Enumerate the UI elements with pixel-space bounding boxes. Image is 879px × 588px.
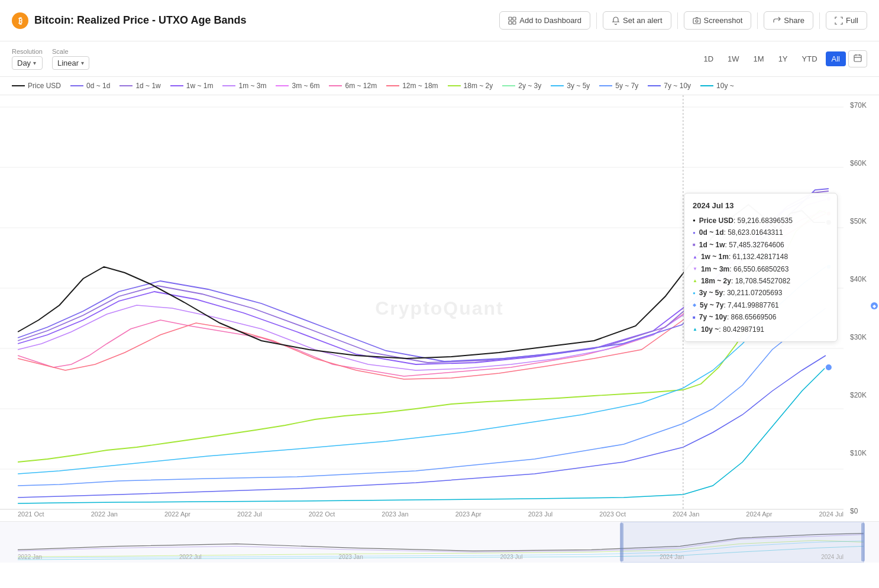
scale-select[interactable]: Linear ▾ <box>52 56 89 70</box>
fullscreen-button[interactable]: Full <box>826 11 867 30</box>
y-label-60k: $60K <box>850 159 875 167</box>
resolution-select[interactable]: Day ▾ <box>12 56 43 70</box>
svg-rect-6 <box>854 55 861 62</box>
divider <box>677 12 678 29</box>
legend-line <box>700 85 713 86</box>
time-range-controls: 1D 1W 1M 1Y YTD All <box>697 50 867 67</box>
tooltip-row-price: ● Price USD: 59,216.68396535 <box>693 215 829 227</box>
header-left: ₿ Bitcoin: Realized Price - UTXO Age Ban… <box>12 12 246 29</box>
y-label-10k: $10K <box>850 449 875 457</box>
y-label-30k: $30K <box>850 333 875 341</box>
tooltip-row-5y7y: ◆ 5y ~ 7y: 7,441.99887761 <box>693 299 829 311</box>
legend-item-6m-12m[interactable]: 6m ~ 12m <box>329 82 377 90</box>
time-1w-button[interactable]: 1W <box>722 51 745 66</box>
svg-rect-2 <box>509 21 512 24</box>
legend-line <box>448 85 461 86</box>
legend-line <box>599 85 612 86</box>
legend-line <box>222 85 235 86</box>
chevron-down-icon: ▾ <box>33 60 36 66</box>
svg-rect-1 <box>513 17 516 20</box>
divider <box>757 12 758 29</box>
legend-item-1w-1m[interactable]: 1w ~ 1m <box>170 82 214 90</box>
calendar-icon <box>854 54 862 62</box>
bitcoin-icon: ₿ <box>12 12 28 29</box>
svg-point-20 <box>825 364 832 371</box>
legend-item-7y-10y[interactable]: 7y ~ 10y <box>648 82 691 90</box>
legend-line <box>502 85 515 86</box>
bell-icon <box>612 17 620 25</box>
divider <box>596 12 597 29</box>
header: ₿ Bitcoin: Realized Price - UTXO Age Ban… <box>0 0 879 41</box>
time-1d-button[interactable]: 1D <box>697 51 719 66</box>
legend-line <box>70 85 83 86</box>
share-button[interactable]: Share <box>764 11 813 30</box>
time-1y-button[interactable]: 1Y <box>773 51 794 66</box>
dashboard-icon <box>508 17 516 25</box>
end-label-5y7y: ◆ <box>871 302 878 309</box>
legend-line <box>551 85 564 86</box>
tooltip-row-1d1w: ■ 1d ~ 1w: 57,485.32764606 <box>693 239 829 251</box>
header-actions: Add to Dashboard Set an alert Screenshot… <box>499 11 867 30</box>
set-alert-button[interactable]: Set an alert <box>603 11 671 30</box>
chart-legend: Price USD 0d ~ 1d 1d ~ 1w 1w ~ 1m 1m ~ 3… <box>0 77 879 95</box>
toolbar-controls: Resolution Day ▾ Scale Linear ▾ <box>12 48 89 70</box>
legend-line <box>329 85 342 86</box>
chart-title: Bitcoin: Realized Price - UTXO Age Bands <box>34 14 246 27</box>
legend-line <box>648 85 661 86</box>
resolution-label: Resolution <box>12 48 43 55</box>
resolution-control: Resolution Day ▾ <box>12 48 43 70</box>
svg-rect-26 <box>861 523 865 561</box>
add-to-dashboard-button[interactable]: Add to Dashboard <box>499 11 590 30</box>
chevron-down-icon: ▾ <box>81 60 84 66</box>
legend-item-3m-6m[interactable]: 3m ~ 6m <box>276 82 319 90</box>
y-label-70k: $70K <box>850 101 875 109</box>
legend-item-1d-1w[interactable]: 1d ~ 1w <box>119 82 160 90</box>
legend-line <box>12 85 25 86</box>
tooltip-row-7y10y: ■ 7y ~ 10y: 868.65669506 <box>693 311 829 323</box>
time-1m-button[interactable]: 1M <box>748 51 770 66</box>
tooltip-row-3y5y: ● 3y ~ 5y: 30,211.07205693 <box>693 287 829 299</box>
y-label-50k: $50K <box>850 217 875 225</box>
y-label-40k: $40K <box>850 275 875 283</box>
chart-area: CryptoQuant <box>0 95 879 521</box>
legend-line <box>386 85 399 86</box>
legend-item-price-usd[interactable]: Price USD <box>12 82 61 90</box>
tooltip-box: 2024 Jul 13 ● Price USD: 59,216.68396535… <box>684 193 838 342</box>
svg-rect-0 <box>509 17 512 20</box>
share-icon <box>773 17 781 25</box>
legend-item-5y-7y[interactable]: 5y ~ 7y <box>599 82 638 90</box>
time-ytd-button[interactable]: YTD <box>796 51 823 66</box>
minimap[interactable]: 2022 Jan 2022 Jul 2023 Jan 2023 Jul 2024… <box>0 521 879 563</box>
legend-item-0d-1d[interactable]: 0d ~ 1d <box>70 82 110 90</box>
legend-item-10y[interactable]: 10y ~ <box>700 82 734 90</box>
screenshot-button[interactable]: Screenshot <box>684 11 752 30</box>
tooltip-row-0d1d: ● 0d ~ 1d: 58,623.01643311 <box>693 227 829 238</box>
y-label-0: $0 <box>850 507 875 515</box>
legend-item-18m-2y[interactable]: 18m ~ 2y <box>448 82 493 90</box>
legend-item-1m-3m[interactable]: 1m ~ 3m <box>222 82 266 90</box>
x-axis: 2021 Oct 2022 Jan 2022 Apr 2022 Jul 2022… <box>18 511 844 518</box>
scale-control: Scale Linear ▾ <box>52 48 89 70</box>
legend-item-2y-3y[interactable]: 2y ~ 3y <box>502 82 541 90</box>
tooltip-date: 2024 Jul 13 <box>693 199 829 212</box>
legend-line <box>170 85 183 86</box>
svg-rect-4 <box>693 18 700 24</box>
y-label-20k: $20K <box>850 391 875 399</box>
tooltip-row-10y: ▲ 10y ~: 80.42987191 <box>693 324 829 335</box>
tooltip-row-1m3m: ▼ 1m ~ 3m: 66,550.66850263 <box>693 263 829 275</box>
legend-line <box>276 85 289 86</box>
minimap-x-labels: 2022 Jan 2022 Jul 2023 Jan 2023 Jul 2024… <box>18 554 844 560</box>
fullscreen-icon <box>835 17 843 25</box>
time-all-button[interactable]: All <box>826 51 846 66</box>
camera-icon <box>693 17 701 25</box>
legend-line <box>119 85 133 86</box>
tooltip-row-1w1m: ▲ 1w ~ 1m: 61,132.42817148 <box>693 251 829 263</box>
calendar-icon-button[interactable] <box>848 50 867 67</box>
toolbar: Resolution Day ▾ Scale Linear ▾ 1D 1W 1M… <box>0 41 879 77</box>
legend-item-3y-5y[interactable]: 3y ~ 5y <box>551 82 590 90</box>
divider <box>819 12 820 29</box>
svg-point-5 <box>696 20 698 22</box>
scale-label: Scale <box>52 48 89 55</box>
legend-item-12m-18m[interactable]: 12m ~ 18m <box>386 82 438 90</box>
tooltip-row-18m2y: ▲ 18m ~ 2y: 18,708.54527082 <box>693 275 829 287</box>
